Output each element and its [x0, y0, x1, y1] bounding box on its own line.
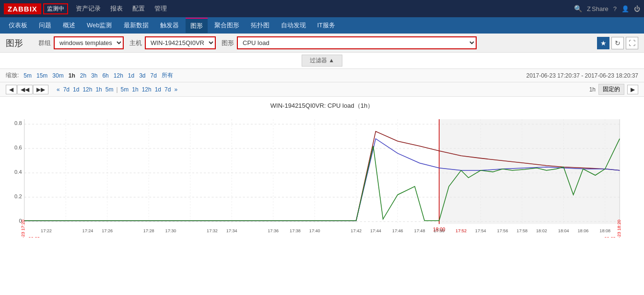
zoom-3d[interactable]: 3d	[137, 72, 147, 79]
quick-links: « 7d 1d 12h 1h 5m | 5m 1h 12h 1d 7d »	[55, 86, 179, 93]
quick-link-1h-l[interactable]: 1h	[94, 86, 103, 93]
quick-link-12h-r[interactable]: 12h	[141, 86, 153, 93]
graph-filter: 图形 CPU load	[222, 36, 477, 49]
chart-container: WIN-194215QI0VR: CPU load（1h） 0.8 0.6 0.…	[0, 97, 644, 242]
filter-toggle-bar: 过滤器 ▲	[0, 53, 644, 69]
quick-link-7d-r[interactable]: 7d	[163, 86, 172, 93]
zoom-7d[interactable]: 7d	[149, 72, 159, 79]
zoom-6h[interactable]: 6h	[100, 72, 110, 79]
favorite-button[interactable]: ★	[597, 37, 609, 49]
quick-link-5m-r[interactable]: 5m	[119, 86, 130, 93]
svg-text:17:52: 17:52	[456, 228, 467, 233]
zoom-5m[interactable]: 5m	[22, 72, 34, 79]
svg-text:17:28: 17:28	[143, 228, 154, 233]
graph-select[interactable]: CPU load	[237, 36, 477, 49]
nav-item-latest[interactable]: 最新数据	[119, 18, 153, 33]
svg-text:17:58: 17:58	[516, 228, 527, 233]
svg-text:17:34: 17:34	[226, 228, 237, 233]
header-actions: ★ ↻ ⛶	[597, 37, 638, 49]
quick-link-end[interactable]: »	[173, 86, 179, 93]
zoom-15m[interactable]: 15m	[35, 72, 49, 79]
nav-item-topology[interactable]: 拓扑图	[246, 18, 274, 33]
svg-rect-26	[439, 119, 620, 224]
svg-text:06-23: 06-23	[604, 236, 615, 238]
fullscreen-button[interactable]: ⛶	[626, 37, 638, 49]
zoom-controls: 缩放: 5m 15m 30m 1h 2h 3h 6h 12h 1d 3d 7d …	[6, 71, 175, 80]
logo: ZABBIX	[4, 3, 41, 14]
svg-text:0.2: 0.2	[14, 193, 22, 199]
zoom-30m[interactable]: 30m	[50, 72, 65, 79]
nav-link-config[interactable]: 配置	[132, 4, 145, 13]
group-filter: 群组 windows templates	[38, 36, 124, 49]
user-button[interactable]: 👤	[621, 5, 629, 12]
chart-area: 0.8 0.6 0.4 0.2 0	[5, 113, 639, 238]
svg-text:18:08: 18:08	[599, 228, 610, 233]
zoom-12h[interactable]: 12h	[112, 72, 125, 79]
quick-link-5m-l[interactable]: 5m	[104, 86, 115, 93]
chart-title: WIN-194215QI0VR: CPU load（1h）	[5, 102, 639, 110]
svg-text:18:02: 18:02	[536, 228, 547, 233]
quick-link-1d-l[interactable]: 1d	[71, 86, 81, 93]
nav-link-manage[interactable]: 管理	[154, 4, 167, 13]
prev-button[interactable]: ◀	[6, 85, 17, 94]
top-nav: ZABBIX 监测中 资产记录 报表 配置 管理 🔍 Z Share ? 👤 ⏻	[0, 0, 644, 17]
nav-link-assets[interactable]: 资产记录	[76, 4, 101, 13]
share-button[interactable]: Z Share	[587, 5, 609, 12]
nav-link-reports[interactable]: 报表	[110, 4, 123, 13]
filter-toggle-button[interactable]: 过滤器 ▲	[302, 55, 342, 67]
svg-text:17:26: 17:26	[102, 228, 113, 233]
zoom-1h[interactable]: 1h	[67, 72, 77, 79]
nav-item-screens[interactable]: 聚合图形	[210, 18, 244, 33]
svg-text:06-23 17:20: 06-23 17:20	[21, 220, 25, 238]
quick-link-1d-r[interactable]: 1d	[153, 86, 163, 93]
svg-text:17:56: 17:56	[497, 228, 508, 233]
top-nav-links: 资产记录 报表 配置 管理	[76, 4, 574, 13]
refresh-button[interactable]: ↻	[611, 37, 624, 49]
zoom-1d[interactable]: 1d	[126, 72, 136, 79]
zoom-all[interactable]: 所有	[160, 71, 175, 80]
nav-item-dashboard[interactable]: 仪表板	[4, 18, 32, 33]
prev-small-button[interactable]: ◀◀	[17, 85, 33, 94]
help-button[interactable]: ?	[613, 5, 617, 12]
fixed-button[interactable]: 固定的	[598, 84, 624, 95]
zoom-2h[interactable]: 2h	[78, 72, 88, 79]
chart-svg: 0.8 0.6 0.4 0.2 0	[5, 113, 639, 238]
svg-text:17:44: 17:44	[370, 228, 381, 233]
zoom-bar: 缩放: 5m 15m 30m 1h 2h 3h 6h 12h 1d 3d 7d …	[0, 69, 644, 82]
svg-text:17:38: 17:38	[290, 228, 301, 233]
quick-link-1h-r[interactable]: 1h	[130, 86, 140, 93]
svg-text:17:32: 17:32	[207, 228, 218, 233]
group-select[interactable]: windows templates	[54, 36, 124, 49]
separator: |	[115, 86, 118, 93]
graph-label: 图形	[222, 39, 234, 47]
zoom-label: 缩放:	[6, 71, 19, 79]
nav-item-triggers[interactable]: 触发器	[155, 18, 184, 33]
next-small-button[interactable]: ▶▶	[33, 85, 48, 94]
top-nav-right: 🔍 Z Share ? 👤 ⏻	[574, 5, 640, 12]
nav-item-it-services[interactable]: IT服务	[313, 18, 340, 33]
zoom-3h[interactable]: 3h	[89, 72, 99, 79]
host-select[interactable]: WIN-194215QI0VR	[145, 36, 216, 49]
page-title: 图形	[6, 37, 23, 49]
svg-text:17:42: 17:42	[351, 228, 362, 233]
power-button[interactable]: ⏻	[634, 5, 640, 12]
svg-text:0.8: 0.8	[14, 120, 22, 126]
nav-item-graphs[interactable]: 图形	[186, 18, 208, 33]
quick-link-7d-l[interactable]: 7d	[62, 86, 71, 93]
nav-item-problems[interactable]: 问题	[34, 18, 56, 33]
svg-text:17:46: 17:46	[392, 228, 403, 233]
nav-item-overview[interactable]: 概述	[58, 18, 80, 33]
svg-text:18:04: 18:04	[558, 228, 569, 233]
nav-item-web[interactable]: Web监测	[82, 18, 117, 33]
svg-text:17:54: 17:54	[475, 228, 486, 233]
next-button[interactable]: ▶	[627, 85, 638, 94]
quick-link-start[interactable]: «	[55, 86, 61, 93]
svg-text:17:24: 17:24	[82, 228, 94, 233]
quick-link-12h-l[interactable]: 12h	[81, 86, 94, 93]
svg-text:0.6: 0.6	[14, 145, 22, 150]
nav-item-discovery[interactable]: 自动发现	[276, 18, 311, 33]
time-label: 1h	[589, 86, 596, 93]
search-icon[interactable]: 🔍	[574, 5, 582, 12]
svg-text:17:30: 17:30	[165, 228, 176, 233]
svg-text:17:50: 17:50	[433, 228, 445, 233]
